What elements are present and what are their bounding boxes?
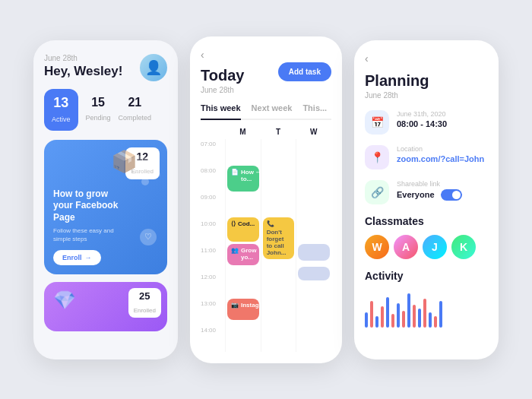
day-t: T	[261, 128, 296, 136]
chart-bar	[391, 314, 394, 328]
planning-back[interactable]: ‹	[365, 52, 488, 65]
chart-bar	[365, 312, 368, 328]
chart-bar	[407, 293, 410, 328]
chart-bar	[370, 301, 373, 328]
location-icon: 📍	[371, 151, 384, 163]
time-0800: 08:00	[201, 166, 225, 192]
chart-bar	[402, 311, 405, 328]
chart-bar	[386, 297, 389, 328]
card2-title: Today	[201, 67, 244, 84]
location-label: Location	[397, 145, 484, 153]
avatar: 👤	[140, 54, 167, 81]
completed-stat: 21 Completed	[119, 96, 152, 123]
share-toggle-row: Everyone	[397, 189, 488, 201]
event-code[interactable]: ⟨⟩ Cod...	[227, 217, 259, 242]
chart-bar	[381, 306, 384, 328]
event-gray-1	[298, 244, 330, 261]
stats-row: 13 Active 15 Pending 21 Completed	[44, 89, 167, 131]
share-label: Shareable link	[397, 180, 488, 188]
arrow-icon: →	[85, 254, 92, 261]
enrolled-badge-2: 25 Enrolled	[128, 288, 161, 318]
share-icon: 🔗	[371, 186, 384, 198]
event-gray-2	[298, 267, 330, 280]
card1-greeting: Hey, Wesley!	[44, 64, 122, 79]
share-toggle[interactable]	[441, 189, 462, 201]
card1-date: June 28th	[44, 54, 122, 62]
banner-facebook: 12 Enrolled 📦 ♡ How to grow your Faceboo…	[44, 140, 167, 274]
chart-bar	[418, 309, 421, 328]
event-instagram[interactable]: 📷 Instagram...	[227, 299, 259, 320]
activity-chart	[365, 290, 488, 328]
day-col-t: 📞 Don't forget to call John...	[261, 139, 296, 352]
event-more: ···	[256, 169, 259, 176]
chart-bar	[434, 316, 437, 328]
time-0900: 09:00	[201, 192, 225, 219]
calendar-icon: 📅	[371, 116, 384, 128]
planning-date: June 28th	[365, 91, 488, 100]
enroll-button[interactable]: Enroll →	[53, 250, 101, 265]
card2-date: June 28th	[201, 86, 244, 94]
banner-subtitle: Follow these easy and simple steps	[53, 226, 122, 243]
share-icon-wrap: 🔗	[365, 180, 389, 204]
event-call-john[interactable]: 📞 Don't forget to call John...	[263, 217, 295, 259]
chart-bar	[423, 299, 426, 328]
chart-bar	[413, 305, 416, 328]
activity-title: Activity	[365, 270, 488, 282]
share-item: 🔗 Shareable link Everyone	[365, 180, 488, 204]
time-1400: 14:00	[201, 325, 225, 352]
classmate-2: A	[394, 235, 418, 259]
chart-bar	[439, 301, 442, 328]
event-icon: 📄	[231, 169, 239, 176]
tab-next-week[interactable]: Next week	[252, 103, 293, 114]
chart-bar	[375, 316, 378, 328]
schedule-time: 08:00 - 14:30	[397, 119, 447, 128]
card-planning: ‹ Planning June 28th 📅 June 31th, 2020 0…	[354, 40, 499, 359]
schedule-item: 📅 June 31th, 2020 08:00 - 14:30	[365, 110, 488, 135]
location-icon-wrap: 📍	[365, 145, 389, 169]
time-1300: 13:00	[201, 299, 225, 325]
active-stat: 13 Active	[44, 89, 78, 131]
card-calendar: ‹ Today June 28th Add task This week Nex…	[190, 36, 342, 363]
classmate-4: K	[451, 235, 476, 259]
classmates-title: Classmates	[365, 215, 488, 227]
schedule-label: June 31th, 2020	[397, 110, 447, 118]
back-button[interactable]: ‹	[201, 49, 331, 61]
classmate-1: W	[365, 235, 389, 259]
chart-bar	[429, 312, 432, 328]
heart-icon[interactable]: ♡	[140, 229, 157, 245]
event-howto[interactable]: 📄 How to... ···	[227, 166, 259, 192]
day-headers: M T W	[225, 128, 331, 136]
grow-icon: 👥	[231, 247, 239, 254]
calendar-icon-wrap: 📅	[365, 110, 389, 135]
banner-illustration: 📦	[111, 149, 164, 202]
tab-this-month[interactable]: This...	[302, 103, 327, 114]
banner-purple: 25 Enrolled 💎	[44, 282, 167, 331]
day-col-w	[296, 139, 331, 352]
time-1100: 11:00	[201, 245, 225, 272]
chart-bar	[397, 303, 400, 328]
day-w: W	[296, 128, 331, 136]
event-grow[interactable]: 👥 Grow yo...	[227, 244, 259, 265]
time-column: 07:00 08:00 09:00 10:00 11:00 12:00 13:0…	[201, 139, 225, 352]
location-item: 📍 Location zoom.com/?call=John	[365, 145, 488, 169]
instagram-icon: 📷	[231, 302, 239, 309]
day-col-m: 📄 How to... ··· ⟨⟩ Cod... 👥 Grow yo... 📷…	[225, 139, 261, 352]
add-task-button[interactable]: Add task	[278, 62, 331, 81]
calendar-grid: 07:00 08:00 09:00 10:00 11:00 12:00 13:0…	[201, 139, 331, 352]
planning-title: Planning	[365, 72, 488, 90]
time-1200: 12:00	[201, 272, 225, 299]
event-columns: 📄 How to... ··· ⟨⟩ Cod... 👥 Grow yo... 📷…	[225, 139, 331, 352]
classmate-3: J	[423, 235, 447, 259]
time-0700: 07:00	[201, 139, 225, 166]
tab-this-week[interactable]: This week	[201, 103, 241, 120]
time-1000: 10:00	[201, 219, 225, 245]
week-tabs: This week Next week This...	[201, 103, 331, 120]
day-m: M	[225, 128, 261, 136]
code-icon: ⟨⟩	[231, 220, 236, 227]
card-tasks: June 28th Hey, Wesley! 👤 13 Active 15 Pe…	[33, 40, 178, 359]
share-value: Everyone	[397, 190, 435, 199]
call-icon: 📞	[267, 220, 274, 227]
pending-stat: 15 Pending	[86, 96, 111, 123]
location-link[interactable]: zoom.com/?call=John	[397, 154, 484, 163]
classmates-row: W A J K	[365, 235, 488, 259]
